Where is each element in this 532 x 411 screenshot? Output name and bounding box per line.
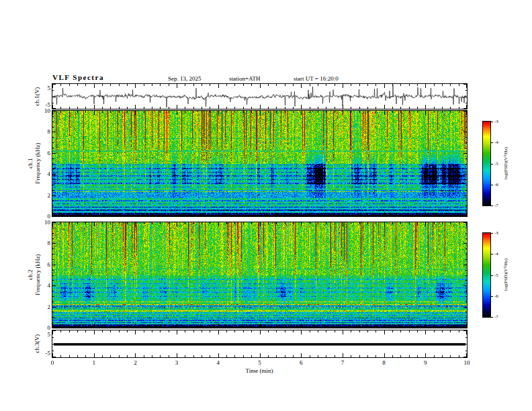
x-tick-label: 4	[212, 359, 225, 366]
y-tick-label: 4	[34, 171, 50, 177]
colorbar-tick-label: -4	[494, 140, 498, 145]
ch3-waveform-panel	[52, 330, 468, 358]
y-tick-label: 2	[34, 304, 50, 310]
ch3-waveform-plot	[52, 330, 467, 357]
x-tick-label: 3	[170, 359, 183, 366]
x-tick-label: 2	[128, 359, 142, 366]
colorbar-tick-label: -5	[494, 161, 498, 167]
x-tick-label: 10	[460, 359, 474, 366]
y-tick-label: 2	[34, 192, 50, 199]
colorbar-tick-mark	[491, 164, 493, 165]
ch1-channel-label: ch.1	[27, 158, 34, 168]
colorbar-tick-label: -6	[494, 293, 498, 299]
ch2-spectrogram-y-axis-label: ch.2Frequency (kHz)	[27, 238, 42, 312]
ch1-frequency-label: Frequency (kHz)	[34, 142, 41, 183]
colorbar-tick-label: -3	[494, 119, 498, 124]
colorbar-tick-mark	[491, 205, 493, 206]
colorbar-tick-mark	[491, 296, 493, 297]
y-tick-label: -5	[34, 101, 50, 108]
plot-title: VLF Spectra	[52, 73, 104, 81]
y-tick-label: 8	[34, 240, 50, 246]
colorbar-tick-mark	[491, 185, 493, 185]
ch1-waveform-plot	[52, 84, 467, 109]
start-time-label: start UT = 16:20:0	[294, 75, 339, 82]
y-tick-label: 5	[34, 331, 50, 338]
y-tick-label: 0	[34, 324, 50, 331]
colorbar-tick-label: -7	[494, 314, 498, 320]
x-tick-label: 1	[87, 359, 101, 366]
x-axis-label: Time (min)	[226, 367, 293, 374]
colorbar-ch1	[482, 121, 491, 206]
ch1-spectrogram-plot	[52, 111, 467, 216]
colorbar-tick-label: -5	[494, 273, 498, 278]
colorbar-tick-mark	[491, 275, 493, 276]
x-tick-label: 5	[253, 359, 267, 366]
x-tick-label: 6	[294, 359, 308, 366]
colorbar-tick-label: -6	[494, 182, 498, 187]
vlf-spectra-figure: VLF Spectra Sep. 13, 2025 station=ATH st…	[0, 0, 532, 411]
colorbar-tick-mark	[491, 142, 493, 143]
colorbar-tick-label: -3	[494, 230, 498, 236]
ch2-spectrogram-plot	[52, 222, 467, 328]
colorbar-tick-label: -4	[494, 251, 498, 257]
x-tick-label: 7	[336, 359, 349, 366]
colorbar-tick-mark	[491, 254, 493, 255]
colorbar-tick-mark	[491, 317, 493, 318]
colorbar-tick-mark	[491, 122, 493, 122]
y-tick-label: 10	[34, 219, 50, 226]
ch2-spectrogram-panel	[52, 222, 468, 328]
y-tick-label: 6	[34, 150, 50, 156]
y-tick-label: 6	[34, 261, 50, 268]
y-tick-label: 5	[34, 85, 50, 91]
y-tick-label: 4	[34, 282, 50, 289]
colorbar-tick-label: -7	[494, 203, 498, 208]
colorbar-ch1-label: log(PSD)(V²/Hz)	[503, 136, 508, 190]
x-tick-label: 8	[378, 359, 391, 366]
y-tick-label: 8	[34, 128, 50, 135]
ch2-channel-label: ch.2	[27, 269, 34, 279]
colorbar-ch2-label: log(PSD)(V²/Hz)	[503, 248, 508, 302]
colorbar-ch2	[482, 232, 491, 318]
ch2-frequency-label: Frequency (kHz)	[34, 254, 41, 295]
x-tick-label: 0	[46, 359, 59, 366]
ch1-spectrogram-y-axis-label: ch.1Frequency (kHz)	[27, 126, 42, 200]
ch1-waveform-panel	[52, 83, 468, 109]
station-label: station=ATH	[229, 75, 261, 82]
y-tick-label: 10	[34, 107, 50, 114]
plot-date: Sep. 13, 2025	[168, 75, 202, 82]
ch1-spectrogram-panel	[52, 110, 468, 217]
colorbar-tick-mark	[491, 233, 493, 234]
x-tick-label: 9	[418, 359, 432, 366]
y-tick-label: -5	[34, 350, 50, 357]
